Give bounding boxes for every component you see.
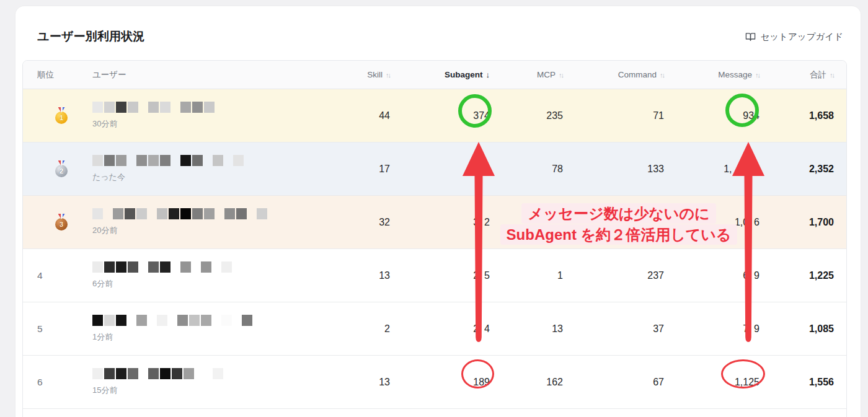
table-header-row: 順位 ユーザー Skill↑↓ Subagent↓ MCP↑↓ Command↑… xyxy=(23,61,846,89)
message-count: 934 xyxy=(671,110,767,121)
rank-number: 5 xyxy=(23,323,65,335)
column-header-rank[interactable]: 順位 xyxy=(23,69,65,81)
last-active-time: 6分前 xyxy=(92,278,348,289)
column-header-command[interactable]: Command↑↓ xyxy=(570,70,671,79)
skill-count: 44 xyxy=(348,110,397,121)
skill-count: 2 xyxy=(348,323,397,335)
rank-number: 6 xyxy=(23,377,65,388)
mcp-count: 13 xyxy=(497,323,570,335)
last-active-time: 30分前 xyxy=(92,118,348,129)
last-active-time: 1分前 xyxy=(92,331,348,343)
command-count: 133 xyxy=(570,164,671,175)
last-active-time: 15分前 xyxy=(92,385,348,396)
column-header-subagent[interactable]: Subagent↓ xyxy=(397,70,497,79)
table-row[interactable] xyxy=(23,409,846,417)
table-row[interactable]: 3 20分前 32 3 2 1,0 6 1,700 xyxy=(23,196,846,249)
total-count: 2,352 xyxy=(767,164,845,175)
message-count: 1,125 xyxy=(671,377,767,388)
subagent-count: 2 4 xyxy=(397,323,497,335)
message-count: 1, xyxy=(671,164,767,175)
mcp-count: 162 xyxy=(497,377,570,388)
sort-icon: ↑↓ xyxy=(559,71,563,79)
column-header-user[interactable]: ユーザー xyxy=(65,69,348,81)
book-open-icon xyxy=(745,32,756,42)
table-row[interactable]: 4 6分前 13 2 5 1 237 6 9 1,225 xyxy=(23,249,846,302)
message-count: 6 9 xyxy=(671,270,767,281)
redacted-username xyxy=(92,315,348,326)
column-header-mcp[interactable]: MCP↑↓ xyxy=(497,70,570,79)
redacted-username xyxy=(92,208,348,219)
command-count: 37 xyxy=(570,323,671,335)
total-count: 1,658 xyxy=(767,110,845,121)
message-count: 1,0 6 xyxy=(671,217,767,228)
column-header-skill[interactable]: Skill↑↓ xyxy=(348,70,397,79)
mcp-count: 78 xyxy=(497,164,570,175)
page-title: ユーザー別利用状況 xyxy=(37,29,145,45)
command-count: 67 xyxy=(570,377,671,388)
redacted-username xyxy=(92,368,348,379)
redacted-username xyxy=(92,155,348,166)
subagent-count: 374 xyxy=(397,110,497,121)
table-row[interactable]: 6 15分前 13 189 162 67 1,125 1,556 xyxy=(23,356,846,409)
skill-count: 13 xyxy=(348,270,397,281)
command-count: 71 xyxy=(570,110,671,121)
sort-icon: ↑↓ xyxy=(660,71,664,79)
setup-guide-link[interactable]: セットアップガイド xyxy=(745,31,843,43)
subagent-count: 3 2 xyxy=(397,217,497,228)
message-count: 7 9 xyxy=(671,323,767,335)
mcp-count: 1 xyxy=(497,270,570,281)
column-header-message[interactable]: Message↑↓ xyxy=(671,70,767,79)
sort-desc-icon: ↓ xyxy=(486,70,490,79)
table-row[interactable]: 1 30分前 44 374 235 71 934 1,658 xyxy=(23,89,846,143)
usage-table: 順位 ユーザー Skill↑↓ Subagent↓ MCP↑↓ Command↑… xyxy=(22,60,847,417)
total-count: 1,556 xyxy=(767,377,845,388)
redacted-username xyxy=(92,261,348,273)
rank-number: 4 xyxy=(23,270,65,281)
command-count: 237 xyxy=(570,270,671,281)
column-header-total[interactable]: 合計↑↓ xyxy=(767,69,845,81)
subagent-count: 189 xyxy=(397,377,497,388)
skill-count: 32 xyxy=(348,217,397,228)
sort-icon: ↑↓ xyxy=(830,71,834,79)
redacted-username xyxy=(92,102,348,113)
skill-count: 17 xyxy=(348,164,397,175)
skill-count: 13 xyxy=(348,377,397,388)
setup-guide-label: セットアップガイド xyxy=(760,31,843,43)
total-count: 1,700 xyxy=(767,217,845,228)
sort-icon: ↑↓ xyxy=(755,71,760,79)
table-row[interactable]: 2 たった今 17 78 133 1, 2,352 xyxy=(23,143,846,196)
mcp-count: 235 xyxy=(497,110,570,121)
table-row[interactable]: 5 1分前 2 2 4 13 37 7 9 1,085 xyxy=(23,302,846,356)
last-active-time: 20分前 xyxy=(92,225,348,236)
subagent-count: 2 5 xyxy=(397,270,497,281)
total-count: 1,225 xyxy=(767,270,845,281)
last-active-time: たった今 xyxy=(92,172,348,183)
total-count: 1,085 xyxy=(767,323,845,335)
sort-icon: ↑↓ xyxy=(386,71,390,79)
